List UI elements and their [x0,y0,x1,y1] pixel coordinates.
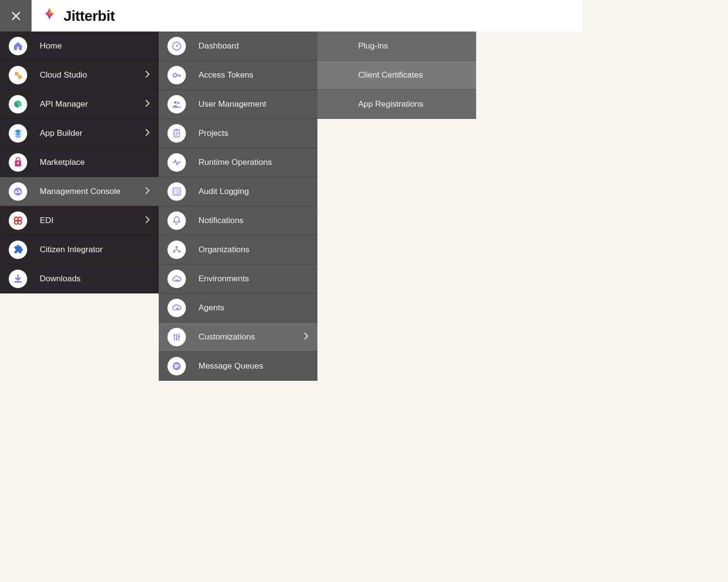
nav-item-management-console[interactable]: Management Console [0,177,159,206]
brand-name: Jitterbit [64,8,115,24]
nav-label: EDI [40,216,150,226]
chevron-right-icon [304,332,309,342]
nav-item-plugins[interactable]: Plug-ins [317,32,476,61]
list-icon [167,182,186,201]
activity-icon [167,153,186,172]
svg-point-33 [178,162,180,163]
nav-item-home[interactable]: Home [0,32,159,61]
svg-rect-5 [17,162,19,164]
svg-point-17 [13,248,16,251]
svg-point-2 [16,73,17,74]
svg-point-14 [17,244,19,247]
nav-col-primary: Home Cloud Studio API Manager App Builde… [0,32,159,381]
nav-col-secondary: Dashboard Access Tokens User Management … [159,32,317,381]
svg-point-12 [15,221,18,224]
nav-item-api-manager[interactable]: API Manager [0,90,159,119]
bag-icon [9,153,27,172]
layers-icon [9,124,27,143]
nav-label: App Registrations [358,99,467,109]
org-icon [167,241,186,259]
nav-label: Agents [199,303,309,313]
users-icon [167,95,186,113]
svg-point-26 [174,101,177,104]
nav-label: Runtime Operations [199,158,309,167]
cloud-icon [167,270,186,288]
svg-rect-50 [174,335,176,336]
chevron-right-icon [145,70,150,80]
svg-rect-44 [175,279,179,281]
svg-point-15 [20,248,23,251]
nav-label: Organizations [199,245,309,255]
nav-label: API Manager [40,99,150,109]
svg-rect-28 [174,129,180,137]
brand-logo: Jitterbit [32,7,115,25]
nav-columns: Home Cloud Studio API Manager App Builde… [0,32,582,381]
nav-label: Home [40,41,150,51]
close-button[interactable] [0,0,32,32]
svg-point-46 [177,308,178,309]
svg-rect-52 [178,336,180,337]
nav-item-cloud-studio[interactable]: Cloud Studio [0,61,159,90]
nav-item-environments[interactable]: Environments [159,264,317,293]
nav-label: Notifications [199,216,309,226]
svg-point-39 [174,193,175,194]
jitterbit-logo-icon [40,7,59,25]
nav-label: Citizen Integrator [40,245,150,255]
svg-point-21 [176,45,178,47]
close-icon [11,11,21,21]
header: Jitterbit [0,0,582,32]
chevron-right-icon [145,216,150,226]
svg-point-42 [173,250,175,253]
nav-label: Downloads [40,274,150,284]
nav-label: Dashboard [199,41,309,51]
nav-item-runtime-operations[interactable]: Runtime Operations [159,148,317,177]
bell-icon [167,211,186,230]
nav-col-tertiary: Plug-ins Client Certificates App Registr… [317,32,476,381]
nav-item-user-management[interactable]: User Management [159,90,317,119]
nav-label: Marketplace [40,158,150,167]
nav-item-dashboard[interactable]: Dashboard [159,32,317,61]
nav-label: App Builder [40,129,150,138]
svg-point-22 [173,73,177,77]
gears-icon [9,66,27,84]
nav-item-app-registrations[interactable]: App Registrations [317,90,476,119]
nav-item-client-certificates[interactable]: Client Certificates [317,61,476,90]
sliders-icon [167,328,186,346]
download-icon [9,270,27,288]
gauge-icon [9,182,27,201]
svg-point-35 [174,190,175,191]
nav-item-edi[interactable]: EDI [0,206,159,235]
nav-item-citizen-integrator[interactable]: Citizen Integrator [0,235,159,264]
svg-point-27 [177,101,180,104]
nav-item-access-tokens[interactable]: Access Tokens [159,61,317,90]
nav-label: User Management [199,99,309,109]
svg-rect-51 [176,338,178,339]
nav-item-audit-logging[interactable]: Audit Logging [159,177,317,206]
svg-point-3 [19,76,20,78]
queue-icon [167,357,186,375]
nav-label: Plug-ins [358,41,467,51]
cube-icon [9,95,27,113]
svg-point-11 [18,217,21,220]
svg-rect-29 [175,129,178,130]
nav-item-projects[interactable]: Projects [159,119,317,148]
nav-label: Cloud Studio [40,70,150,80]
nav-item-organizations[interactable]: Organizations [159,235,317,264]
key-icon [167,66,186,84]
nav-label: Audit Logging [199,187,309,196]
nav-item-agents[interactable]: Agents [159,293,317,323]
svg-point-16 [17,252,19,255]
svg-point-41 [176,246,178,248]
nav-item-message-queues[interactable]: Message Queues [159,352,317,381]
nav-item-notifications[interactable]: Notifications [159,206,317,235]
nav-item-customizations[interactable]: Customizations [159,323,317,352]
nav-item-marketplace[interactable]: Marketplace [0,148,159,177]
home-icon [9,37,27,55]
nav-item-app-builder[interactable]: App Builder [0,119,159,148]
nav-label: Management Console [40,187,150,196]
nav-item-downloads[interactable]: Downloads [0,264,159,293]
nav-label: Access Tokens [199,70,309,80]
svg-point-37 [174,192,175,193]
puzzle-icon [9,241,27,259]
cloud-gear-icon [167,299,186,317]
